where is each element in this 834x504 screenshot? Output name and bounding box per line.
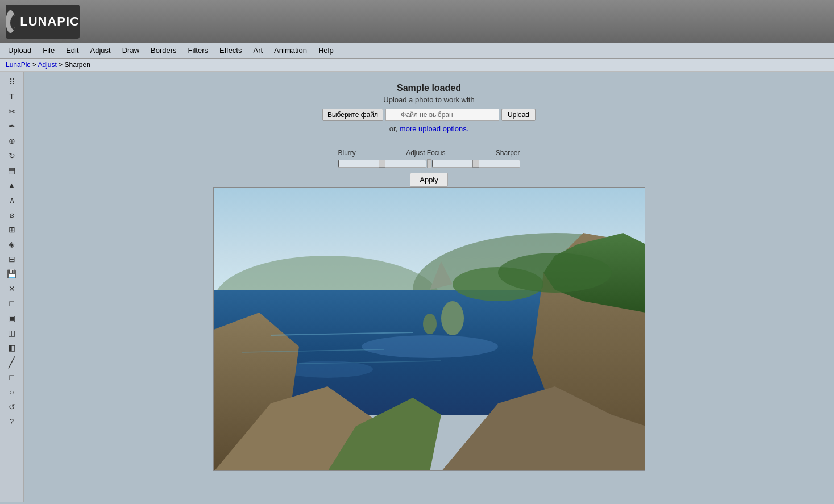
tool-folder[interactable]: ⊞ bbox=[3, 223, 20, 236]
menu-effects[interactable]: Effects bbox=[214, 44, 248, 57]
menu-upload[interactable]: Upload bbox=[2, 44, 37, 57]
tool-crop[interactable]: ✂ bbox=[3, 105, 20, 118]
menu-borders[interactable]: Borders bbox=[145, 44, 182, 57]
menu-art[interactable]: Art bbox=[247, 44, 268, 57]
more-upload-options-link[interactable]: more upload options. bbox=[400, 124, 468, 133]
menu-adjust[interactable]: Adjust bbox=[85, 44, 117, 57]
layout: ⠿ T ✂ ✒ ⊕ ↻ ▤ ▲ ∧ ⌀ ⊞ ◈ ⊟ 💾 ✕ □ ▣ ◫ ◧ ╱ … bbox=[0, 72, 834, 502]
menu-filters[interactable]: Filters bbox=[182, 44, 214, 57]
breadcrumb-sharpen: Sharpen bbox=[64, 61, 90, 69]
slider-divider bbox=[427, 159, 431, 168]
tool-rotate[interactable]: ↻ bbox=[3, 149, 20, 163]
tool-help[interactable]: ? bbox=[3, 415, 20, 428]
tool-fill[interactable]: ▲ bbox=[3, 178, 20, 192]
tool-layer[interactable]: ⊟ bbox=[3, 252, 20, 266]
tool-eraser[interactable]: ⌀ bbox=[3, 208, 20, 222]
tool-save[interactable]: 💾 bbox=[3, 267, 20, 281]
blurry-slider[interactable] bbox=[338, 160, 426, 168]
choose-file-button[interactable]: Выберите файл bbox=[322, 109, 383, 121]
label-adjust-focus: Adjust Focus bbox=[406, 149, 445, 157]
menu-animation[interactable]: Animation bbox=[268, 44, 313, 57]
sample-loaded-title: Sample loaded bbox=[322, 83, 536, 93]
tool-gradient[interactable]: ▤ bbox=[3, 164, 20, 177]
logo: LUNAPIC bbox=[6, 5, 80, 39]
tool-text[interactable]: T bbox=[3, 90, 20, 103]
menubar: Upload File Edit Adjust Draw Borders Fil… bbox=[0, 43, 834, 59]
svg-point-14 bbox=[498, 253, 612, 293]
apply-button[interactable]: Apply bbox=[410, 173, 448, 187]
svg-point-11 bbox=[423, 314, 437, 334]
sharper-slider[interactable] bbox=[432, 160, 520, 168]
sharpen-label-row: Blurry Adjust Focus Sharper bbox=[338, 149, 520, 157]
breadcrumb-adjust[interactable]: Adjust bbox=[38, 61, 56, 69]
header: LUNAPIC bbox=[0, 0, 834, 43]
tool-copy[interactable]: ◫ bbox=[3, 326, 20, 340]
tool-rect[interactable]: □ bbox=[3, 370, 20, 384]
tool-new[interactable]: □ bbox=[3, 297, 20, 310]
sharpen-controls: Blurry Adjust Focus Sharper Apply bbox=[338, 149, 520, 187]
main-content: Sample loaded Upload a photo to work wit… bbox=[24, 72, 834, 502]
tool-print[interactable]: ▣ bbox=[3, 311, 20, 325]
sharpen-slider-row bbox=[338, 159, 520, 168]
tool-zoom[interactable]: ⊕ bbox=[3, 134, 20, 148]
breadcrumb: LunaPic > Adjust > Sharpen bbox=[0, 59, 834, 72]
image-container bbox=[213, 187, 645, 471]
logo-moon-icon bbox=[6, 10, 15, 33]
tool-undo[interactable]: ↺ bbox=[3, 400, 20, 414]
menu-edit[interactable]: Edit bbox=[60, 44, 84, 57]
upload-subtitle: Upload a photo to work with bbox=[322, 95, 536, 104]
tool-pen[interactable]: ✒ bbox=[3, 119, 20, 133]
or-text: or, more upload options. bbox=[322, 124, 536, 133]
breadcrumb-lunapic[interactable]: LunaPic bbox=[6, 61, 30, 69]
menu-file[interactable]: File bbox=[37, 44, 60, 57]
tool-eyedropper[interactable]: ∧ bbox=[3, 193, 20, 207]
upload-section: Sample loaded Upload a photo to work wit… bbox=[322, 83, 536, 138]
menu-help[interactable]: Help bbox=[313, 44, 339, 57]
svg-point-4 bbox=[362, 335, 498, 358]
sample-image bbox=[214, 188, 645, 471]
logo-text: LUNAPIC bbox=[20, 14, 80, 29]
file-upload-row: Выберите файл Файл не выбран Upload bbox=[322, 109, 536, 121]
label-sharper: Sharper bbox=[496, 149, 520, 157]
tool-line[interactable]: ╱ bbox=[3, 356, 20, 369]
tool-stamp[interactable]: ◈ bbox=[3, 238, 20, 251]
sidebar: ⠿ T ✂ ✒ ⊕ ↻ ▤ ▲ ∧ ⌀ ⊞ ◈ ⊟ 💾 ✕ □ ▣ ◫ ◧ ╱ … bbox=[0, 72, 24, 502]
svg-point-10 bbox=[441, 301, 464, 335]
tool-move[interactable]: ⠿ bbox=[3, 75, 20, 89]
tool-paste[interactable]: ◧ bbox=[3, 341, 20, 355]
tool-close[interactable]: ✕ bbox=[3, 282, 20, 295]
upload-button[interactable]: Upload bbox=[501, 109, 536, 121]
tool-ellipse[interactable]: ○ bbox=[3, 385, 20, 399]
file-name-display: Файл не выбран bbox=[385, 109, 499, 121]
label-blurry: Blurry bbox=[338, 149, 356, 157]
menu-draw[interactable]: Draw bbox=[117, 44, 145, 57]
